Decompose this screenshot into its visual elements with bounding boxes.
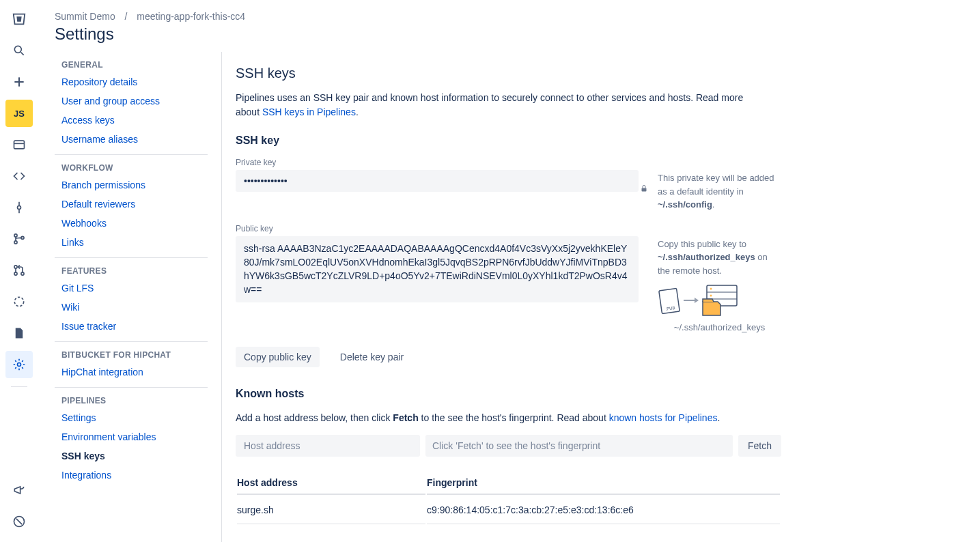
breadcrumb-project[interactable]: Summit Demo bbox=[55, 11, 115, 22]
svg-point-6 bbox=[18, 206, 21, 210]
public-key-help: Copy this public key to ~/.ssh/authorize… bbox=[658, 236, 781, 334]
nav-branch-permissions[interactable]: Branch permissions bbox=[55, 175, 208, 195]
diagram-caption: ~/.ssh/authorized_keys bbox=[658, 321, 781, 334]
create-icon[interactable] bbox=[5, 68, 33, 96]
nav-header-pipelines: PIPELINES bbox=[55, 388, 208, 408]
svg-point-28 bbox=[710, 295, 712, 297]
svg-point-0 bbox=[14, 46, 21, 53]
nav-header-workflow: WORKFLOW bbox=[55, 155, 208, 175]
commits-icon[interactable] bbox=[5, 194, 33, 221]
ssh-key-section-title: SSH key bbox=[236, 134, 781, 147]
nav-webhooks[interactable]: Webhooks bbox=[55, 214, 208, 233]
nav-access-keys[interactable]: Access keys bbox=[55, 111, 208, 130]
host-address-input[interactable] bbox=[236, 435, 420, 457]
repo-avatar[interactable]: JS bbox=[5, 100, 33, 127]
authorized-keys-diagram: .PUB bbox=[658, 284, 781, 317]
svg-rect-4 bbox=[14, 141, 25, 149]
detail-panel: SSH keys Pipelines uses an SSH key pair … bbox=[221, 52, 781, 542]
nav-git-lfs[interactable]: Git LFS bbox=[55, 279, 208, 298]
branches-icon[interactable] bbox=[5, 225, 33, 253]
rail-divider bbox=[11, 386, 27, 387]
private-key-help: This private key will be added as a defa… bbox=[658, 170, 781, 212]
nav-header-hipchat: BITBUCKET FOR HIPCHAT bbox=[55, 342, 208, 362]
known-hosts-description: Add a host address below, then click Fet… bbox=[236, 411, 768, 425]
svg-point-14 bbox=[21, 272, 24, 275]
nav-ssh-keys[interactable]: SSH keys bbox=[55, 446, 208, 466]
nav-env-variables[interactable]: Environment variables bbox=[55, 427, 208, 446]
pull-requests-icon[interactable] bbox=[5, 257, 33, 284]
known-hosts-title: Known hosts bbox=[236, 388, 781, 400]
bitbucket-logo-icon[interactable] bbox=[5, 5, 33, 33]
lock-icon bbox=[640, 184, 648, 193]
source-icon[interactable] bbox=[5, 162, 33, 190]
host-cell: surge.sh bbox=[237, 496, 425, 524]
svg-point-16 bbox=[14, 297, 23, 306]
ssh-keys-title: SSH keys bbox=[236, 66, 781, 81]
svg-point-17 bbox=[18, 363, 21, 367]
ssh-keys-doc-link[interactable]: SSH keys in Pipelines bbox=[262, 106, 356, 117]
overview-icon[interactable] bbox=[5, 131, 33, 158]
settings-icon[interactable] bbox=[5, 351, 33, 378]
delete-key-pair-button[interactable]: Delete key pair bbox=[332, 347, 412, 367]
private-key-label: Private key bbox=[236, 158, 781, 167]
fetch-button[interactable]: Fetch bbox=[738, 435, 781, 457]
page-title: Settings bbox=[55, 25, 964, 44]
fingerprint-cell: c9:90:86:14:05:c1:7c:3a:cb:27:e5:e3:cd:1… bbox=[427, 496, 780, 524]
svg-point-27 bbox=[710, 288, 712, 290]
nav-integrations[interactable]: Integrations bbox=[55, 466, 208, 485]
nav-repository-details[interactable]: Repository details bbox=[55, 72, 208, 91]
nav-issue-tracker[interactable]: Issue tracker bbox=[55, 317, 208, 336]
svg-line-19 bbox=[16, 519, 22, 524]
svg-rect-20 bbox=[642, 188, 647, 192]
svg-point-13 bbox=[14, 272, 17, 275]
public-key-field[interactable]: ssh-rsa AAAAB3NzaC1yc2EAAAADAQABAAAAgQCe… bbox=[236, 236, 639, 302]
downloads-icon[interactable] bbox=[5, 319, 33, 347]
col-fingerprint: Fingerprint bbox=[427, 472, 780, 495]
nav-user-group-access[interactable]: User and group access bbox=[55, 91, 208, 111]
known-hosts-table: Host address Fingerprint surge.sh c9:90:… bbox=[236, 470, 781, 526]
copy-public-key-button[interactable]: Copy public key bbox=[236, 347, 320, 367]
svg-point-10 bbox=[14, 241, 17, 244]
search-icon[interactable] bbox=[5, 37, 33, 64]
table-row: surge.sh c9:90:86:14:05:c1:7c:3a:cb:27:e… bbox=[237, 496, 780, 524]
nav-username-aliases[interactable]: Username aliases bbox=[55, 130, 208, 149]
global-nav-rail: JS bbox=[0, 0, 38, 542]
settings-sidebar: GENERAL Repository details User and grou… bbox=[55, 52, 221, 542]
svg-marker-23 bbox=[695, 298, 699, 303]
nav-default-reviewers[interactable]: Default reviewers bbox=[55, 195, 208, 214]
fingerprint-display: Click 'Fetch' to see the host's fingerpr… bbox=[425, 435, 733, 457]
feedback-icon[interactable] bbox=[5, 476, 33, 504]
breadcrumb: Summit Demo / meeting-app-fork-this-cc4 bbox=[55, 11, 964, 22]
nav-links[interactable]: Links bbox=[55, 233, 208, 252]
svg-point-9 bbox=[14, 234, 17, 237]
known-hosts-doc-link[interactable]: known hosts for Pipelines bbox=[609, 412, 718, 423]
col-host-address: Host address bbox=[237, 472, 425, 495]
breadcrumb-repo[interactable]: meeting-app-fork-this-cc4 bbox=[137, 11, 245, 22]
public-key-label: Public key bbox=[236, 224, 781, 233]
nav-hipchat-integration[interactable]: HipChat integration bbox=[55, 362, 208, 382]
help-icon[interactable] bbox=[5, 508, 33, 535]
pipelines-icon[interactable] bbox=[5, 288, 33, 315]
ssh-keys-description: Pipelines uses an SSH key pair and known… bbox=[236, 91, 768, 119]
nav-wiki[interactable]: Wiki bbox=[55, 298, 208, 317]
nav-pipelines-settings[interactable]: Settings bbox=[55, 408, 208, 427]
nav-header-general: GENERAL bbox=[55, 52, 208, 72]
svg-point-12 bbox=[14, 266, 17, 268]
svg-line-1 bbox=[21, 53, 24, 55]
nav-header-features: FEATURES bbox=[55, 258, 208, 279]
private-key-field: ••••••••••••• bbox=[236, 170, 639, 192]
